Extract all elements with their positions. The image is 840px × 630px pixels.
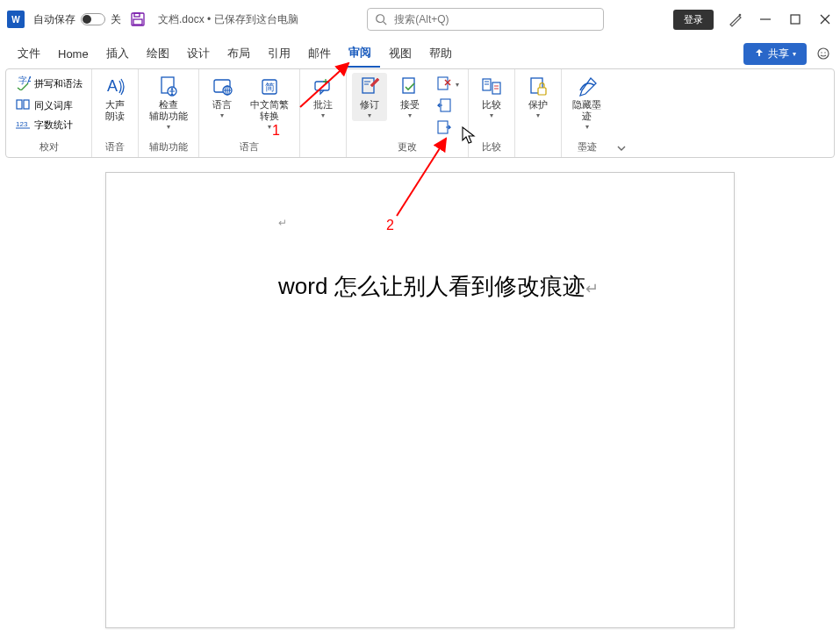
chevron-down-icon: ▾ xyxy=(408,111,412,119)
close-button[interactable] xyxy=(817,11,833,27)
tab-view[interactable]: 视图 xyxy=(380,40,420,67)
document-page[interactable]: ↵ word 怎么让别人看到修改痕迹↵ xyxy=(105,172,735,628)
reject-icon xyxy=(436,76,452,93)
menu-bar: 文件 Home 插入 绘图 设计 布局 引用 邮件 审阅 视图 帮助 共享 ▾ xyxy=(0,39,840,68)
ribbon-group-label-protect xyxy=(536,143,539,155)
chevron-down-icon: ▾ xyxy=(167,123,170,131)
svg-rect-7 xyxy=(791,15,800,24)
maximize-button[interactable] xyxy=(787,11,803,27)
svg-text:A: A xyxy=(107,77,118,95)
previous-change-button[interactable] xyxy=(433,97,463,117)
svg-rect-1 xyxy=(134,13,140,17)
svg-rect-27 xyxy=(315,82,329,90)
ribbon-group-label-proofing: 校对 xyxy=(39,140,59,155)
tab-references[interactable]: 引用 xyxy=(259,40,299,67)
document-title[interactable]: 文档.docx • 已保存到这台电脑 xyxy=(158,12,298,27)
chevron-down-icon: ▾ xyxy=(268,123,271,131)
ribbon-group-speech: A 大声 朗读 语音 xyxy=(92,69,139,157)
compare-icon xyxy=(481,75,502,99)
ribbon-group-protect: 保护 ▾ xyxy=(515,69,562,157)
check-accessibility-button[interactable]: 检查 辅助功能 ▾ xyxy=(144,73,193,132)
save-icon[interactable] xyxy=(130,11,146,27)
autosave-toggle[interactable] xyxy=(81,13,105,25)
chevron-down-icon: ▾ xyxy=(536,111,540,119)
svg-point-21 xyxy=(171,88,174,90)
svg-rect-46 xyxy=(538,88,546,95)
read-aloud-icon: A xyxy=(104,75,126,99)
autosave-state: 关 xyxy=(111,12,121,27)
chevron-down-icon: ▾ xyxy=(585,123,589,131)
language-button[interactable]: 语言 ▾ xyxy=(205,73,240,121)
ribbon-group-label-language: 语言 xyxy=(240,140,259,155)
svg-rect-14 xyxy=(17,100,22,109)
language-icon xyxy=(212,75,233,99)
tab-file[interactable]: 文件 xyxy=(9,40,49,67)
login-button[interactable]: 登录 xyxy=(673,10,714,30)
svg-rect-2 xyxy=(133,19,142,25)
svg-point-5 xyxy=(739,14,742,17)
minimize-button[interactable] xyxy=(757,11,773,27)
protect-button[interactable]: 保护 ▾ xyxy=(521,73,556,121)
paragraph-mark: ↵ xyxy=(278,217,287,229)
document-body-text[interactable]: word 怎么让别人看到修改痕迹↵ xyxy=(278,271,599,302)
ribbon-group-label-accessibility: 辅助功能 xyxy=(149,140,188,155)
ink-icon xyxy=(577,75,598,99)
tab-help[interactable]: 帮助 xyxy=(420,40,461,67)
ribbon-group-compare: 比较 ▾ 比较 xyxy=(469,69,515,157)
document-area: ↵ word 怎么让别人看到修改痕迹↵ xyxy=(0,161,840,630)
chinese-convert-icon: 简 xyxy=(260,75,279,99)
chevron-down-icon: ▾ xyxy=(321,111,325,119)
reject-button[interactable]: ▾ xyxy=(433,75,463,95)
search-placeholder: 搜索(Alt+Q) xyxy=(394,12,449,27)
word-app-icon: W xyxy=(7,11,25,28)
thesaurus-icon xyxy=(15,98,31,112)
track-changes-button[interactable]: 修订 ▾ xyxy=(352,73,387,121)
search-box[interactable]: 搜索(Alt+Q) xyxy=(367,8,604,31)
ribbon-group-comments: 批注 ▾ xyxy=(300,69,347,157)
spelling-icon: 字A xyxy=(15,75,31,93)
tab-insert[interactable]: 插入 xyxy=(97,40,138,67)
compare-button[interactable]: 比较 ▾ xyxy=(474,73,509,121)
read-aloud-button[interactable]: A 大声 朗读 xyxy=(97,73,133,124)
svg-text:字A: 字A xyxy=(18,75,31,85)
accessibility-icon xyxy=(158,75,179,99)
tab-mailings[interactable]: 邮件 xyxy=(299,40,340,67)
tab-review[interactable]: 审阅 xyxy=(340,39,380,68)
svg-point-11 xyxy=(821,52,822,53)
svg-line-4 xyxy=(384,22,387,25)
svg-text:123: 123 xyxy=(16,120,28,128)
new-comment-button[interactable]: 批注 ▾ xyxy=(305,73,341,121)
chinese-convert-button[interactable]: 简 中文简繁 转换 ▾ xyxy=(245,73,294,132)
svg-point-10 xyxy=(818,48,829,59)
feedback-icon[interactable] xyxy=(815,46,831,61)
thesaurus-button[interactable]: 同义词库 xyxy=(11,97,86,114)
chevron-down-icon: ▾ xyxy=(490,111,493,119)
spelling-grammar-button[interactable]: 字A 拼写和语法 xyxy=(11,73,86,95)
autosave-toggle-group[interactable]: 自动保存 关 xyxy=(33,12,121,27)
share-button[interactable]: 共享 ▾ xyxy=(743,43,807,65)
tab-home[interactable]: Home xyxy=(49,42,97,66)
hide-ink-button[interactable]: 隐藏墨 迹 ▾ xyxy=(567,73,607,132)
ribbon-group-ink: 隐藏墨 迹 ▾ 墨迹 xyxy=(562,69,612,157)
tab-design[interactable]: 设计 xyxy=(178,40,219,67)
wordcount-icon: 123 xyxy=(15,118,31,132)
ribbon-collapse-button[interactable] xyxy=(612,69,631,157)
brush-icon[interactable] xyxy=(728,11,743,27)
paragraph-mark: ↵ xyxy=(585,280,599,297)
search-icon xyxy=(375,13,387,25)
tab-layout[interactable]: 布局 xyxy=(219,40,259,67)
next-icon xyxy=(436,120,452,137)
svg-text:简: 简 xyxy=(265,82,275,92)
ribbon-group-changes: 修订 ▾ 接受 ▾ ▾ xyxy=(347,69,469,157)
svg-point-12 xyxy=(824,52,825,53)
tab-draw[interactable]: 绘图 xyxy=(138,40,178,67)
next-change-button[interactable] xyxy=(433,118,463,139)
word-count-button[interactable]: 123 字数统计 xyxy=(11,116,86,133)
previous-icon xyxy=(436,98,452,115)
accept-button[interactable]: 接受 ▾ xyxy=(392,73,427,121)
protect-icon xyxy=(528,75,548,99)
ribbon-group-label-changes: 更改 xyxy=(398,140,417,155)
ribbon: 字A 拼写和语法 同义词库 123 字数统计 校对 xyxy=(5,68,835,158)
autosave-label: 自动保存 xyxy=(33,12,75,27)
svg-rect-15 xyxy=(24,100,29,109)
